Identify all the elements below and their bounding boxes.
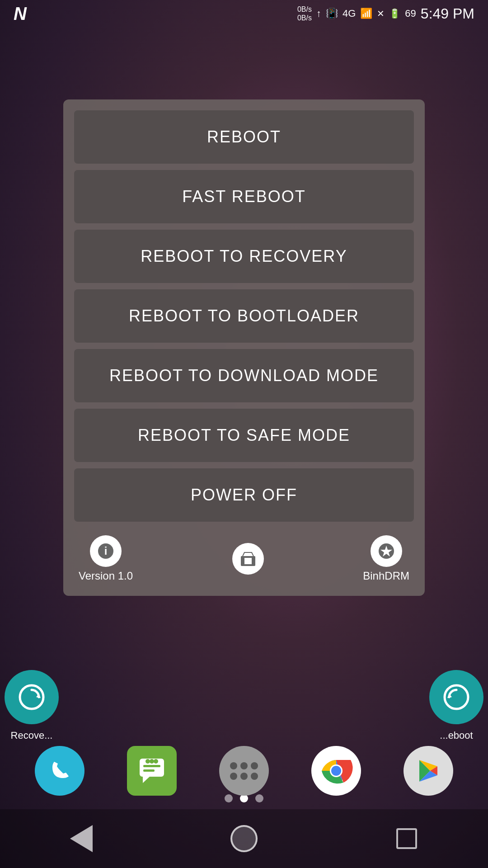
- dock-playstore-icon[interactable]: [404, 746, 453, 796]
- fast-reboot-button[interactable]: FAST REBOOT: [74, 170, 414, 223]
- dock-messages-icon[interactable]: [127, 746, 177, 796]
- status-bar: N 0B/s 0B/s ↑ 📳 4G 📶 ✕ 🔋 69 5:49 PM: [0, 0, 488, 27]
- credit-label: BinhDRM: [363, 570, 409, 582]
- svg-marker-1: [36, 693, 41, 698]
- signal-icon: 📶: [360, 8, 372, 19]
- svg-point-16: [154, 759, 158, 764]
- nougat-logo: N: [14, 4, 27, 24]
- svg-text:i: i: [104, 545, 108, 557]
- home-button[interactable]: [228, 823, 260, 854]
- star-group: BinhDRM: [363, 535, 409, 582]
- star-icon[interactable]: [371, 535, 402, 567]
- dock-apps-icon[interactable]: [219, 746, 269, 796]
- reboot-safe-button[interactable]: REBOOT TO SAFE MODE: [74, 409, 414, 462]
- info-icon[interactable]: i: [90, 535, 122, 567]
- version-label: Version 1.0: [79, 570, 133, 582]
- network-type: 4G: [343, 8, 356, 19]
- info-group: i Version 1.0: [79, 535, 133, 582]
- battery-icon: 🔋: [389, 8, 400, 19]
- svg-rect-7: [244, 558, 252, 564]
- reboot-icon: [429, 670, 483, 724]
- side-app-left-label: Recove...: [11, 730, 53, 741]
- speed-up: 0B/s: [297, 5, 312, 14]
- svg-rect-12: [143, 769, 155, 772]
- reboot-button[interactable]: REBOOT: [74, 110, 414, 164]
- dock-phone-icon[interactable]: [35, 746, 84, 796]
- dialog-button-list: REBOOT FAST REBOOT REBOOT TO RECOVERY RE…: [74, 110, 414, 522]
- svg-point-14: [145, 759, 150, 764]
- svg-rect-11: [143, 765, 160, 767]
- power-off-button[interactable]: POWER OFF: [74, 468, 414, 522]
- network-speed: 0B/s 0B/s: [297, 5, 312, 22]
- no-signal-icon: ✕: [377, 8, 385, 19]
- speed-down: 0B/s: [297, 14, 312, 22]
- side-app-right: ...eboot: [429, 670, 483, 741]
- dock: [0, 746, 488, 796]
- vibrate-icon: 📳: [326, 8, 338, 19]
- side-app-left: Recove...: [5, 670, 59, 741]
- dialog-footer: i Version 1.0 BinhDRM: [74, 531, 414, 582]
- store-group: [232, 543, 264, 575]
- upload-icon: ↑: [316, 8, 321, 19]
- battery-level: 69: [405, 8, 416, 19]
- back-button[interactable]: [66, 823, 97, 854]
- reboot-dialog: REBOOT FAST REBOOT REBOOT TO RECOVERY RE…: [63, 99, 425, 596]
- dock-chrome-icon[interactable]: [311, 746, 361, 796]
- svg-point-15: [150, 759, 154, 764]
- reboot-recovery-button[interactable]: REBOOT TO RECOVERY: [74, 230, 414, 283]
- time-display: 5:49 PM: [421, 5, 474, 22]
- side-app-right-label: ...eboot: [440, 730, 473, 741]
- svg-marker-13: [143, 777, 150, 783]
- recovery-icon: [5, 670, 59, 724]
- nav-bar: [0, 809, 488, 868]
- recents-button[interactable]: [391, 823, 422, 854]
- reboot-download-button[interactable]: REBOOT TO DOWNLOAD MODE: [74, 349, 414, 402]
- svg-point-20: [331, 766, 341, 776]
- svg-marker-3: [447, 693, 452, 698]
- reboot-bootloader-button[interactable]: REBOOT TO BOOTLOADER: [74, 289, 414, 343]
- store-icon[interactable]: [232, 543, 264, 575]
